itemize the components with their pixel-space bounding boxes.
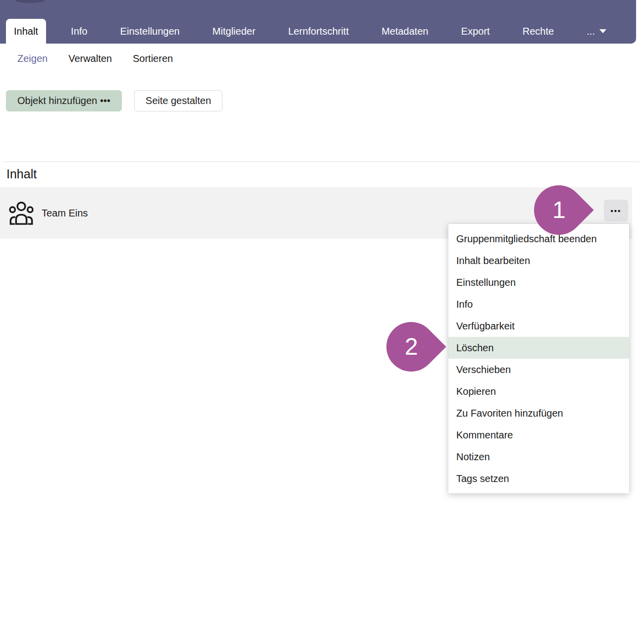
tab-more[interactable]: ... <box>579 19 614 44</box>
menu-item-verfuegbarkeit[interactable]: Verfügbarkeit <box>448 315 629 337</box>
menu-item-kommentare[interactable]: Kommentare <box>448 424 629 446</box>
topbar-decoration <box>15 0 46 3</box>
sub-navigation: Zeigen Verwalten Sortieren <box>17 48 173 69</box>
menu-item-verschieben[interactable]: Verschieben <box>448 359 629 380</box>
section-divider <box>4 161 640 162</box>
caret-down-icon <box>599 29 606 33</box>
top-tab-bar: Inhalt Info Einstellungen Mitglieder Ler… <box>0 0 636 44</box>
tab-more-label: ... <box>587 26 595 37</box>
menu-item-loeschen[interactable]: Löschen <box>448 337 629 359</box>
menu-item-zu-favoriten-hinzufuegen[interactable]: Zu Favoriten hinzufügen <box>448 402 629 424</box>
tab-inhalt[interactable]: Inhalt <box>6 19 46 44</box>
menu-item-inhalt-bearbeiten[interactable]: Inhalt bearbeiten <box>448 250 629 271</box>
tab-rechte[interactable]: Rechte <box>515 19 562 44</box>
annotation-step-2: 2 <box>376 312 446 381</box>
menu-item-tags-setzen[interactable]: Tags setzen <box>448 468 629 489</box>
section-title: Inhalt <box>6 167 37 181</box>
page: Inhalt Info Einstellungen Mitglieder Ler… <box>0 0 644 644</box>
tab-info[interactable]: Info <box>63 19 95 44</box>
tab-export[interactable]: Export <box>453 19 498 44</box>
menu-item-einstellungen[interactable]: Einstellungen <box>448 271 629 293</box>
item-actions-button[interactable]: ••• <box>604 200 628 221</box>
menu-item-gruppenmitgliedschaft-beenden[interactable]: Gruppenmitgliedschaft beenden <box>448 228 629 250</box>
subnav-item-zeigen[interactable]: Zeigen <box>17 53 48 64</box>
group-icon <box>9 200 34 226</box>
item-title[interactable]: Team Eins <box>42 208 88 219</box>
tab-mitglieder[interactable]: Mitglieder <box>205 19 264 44</box>
tab-einstellungen[interactable]: Einstellungen <box>112 19 188 44</box>
menu-item-notizen[interactable]: Notizen <box>448 446 629 468</box>
toolbar: Objekt hinzufügen ••• Seite gestalten <box>6 90 222 111</box>
ellipsis-icon: ••• <box>611 207 622 215</box>
tab-metadaten[interactable]: Metadaten <box>374 19 436 44</box>
context-menu: Gruppenmitgliedschaft beenden Inhalt bea… <box>448 224 629 493</box>
tab-lernfortschritt[interactable]: Lernfortschritt <box>280 19 357 44</box>
subnav-item-sortieren[interactable]: Sortieren <box>133 53 173 64</box>
design-page-button[interactable]: Seite gestalten <box>134 90 222 111</box>
annotation-step-2-number: 2 <box>405 335 418 359</box>
subnav-item-verwalten[interactable]: Verwalten <box>68 53 112 64</box>
menu-item-kopieren[interactable]: Kopieren <box>448 380 629 402</box>
annotation-step-1-number: 1 <box>552 198 566 222</box>
menu-item-info[interactable]: Info <box>448 293 629 315</box>
tab-list: Inhalt Info Einstellungen Mitglieder Ler… <box>6 19 614 44</box>
add-object-button[interactable]: Objekt hinzufügen ••• <box>6 90 122 111</box>
